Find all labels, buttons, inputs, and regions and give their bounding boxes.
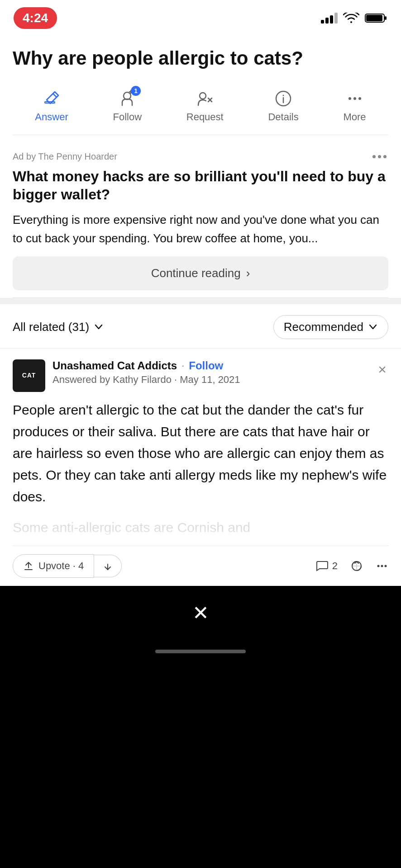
request-action[interactable]: Request (181, 86, 229, 126)
recommended-filter[interactable]: Recommended (273, 315, 388, 339)
svg-line-4 (53, 94, 57, 97)
upvote-button[interactable]: Upvote · 4 (13, 554, 94, 578)
share-button[interactable] (350, 560, 363, 572)
share-icon (350, 560, 363, 572)
comment-count: 2 (332, 560, 338, 572)
answer-author: CAT Unashamed Cat Addicts · Follow Answe… (13, 359, 240, 392)
answer-body: People aren't allergic to the cat but th… (13, 399, 388, 508)
dismiss-answer-button[interactable]: × (376, 359, 388, 380)
answer-right-actions: 2 (316, 560, 388, 572)
bottom-bar: ✕ (0, 586, 401, 640)
avatar-text: CAT (22, 372, 36, 379)
answer-label: Answer (35, 111, 68, 123)
answer-actions: Upvote · 4 2 (13, 546, 388, 586)
signal-icon (321, 13, 338, 24)
answer-action[interactable]: Answer (29, 86, 73, 126)
dot-separator: · (181, 360, 184, 372)
info-icon (273, 89, 293, 108)
continue-reading-button[interactable]: Continue reading › (13, 256, 388, 290)
all-related-filter[interactable]: All related (31) (13, 320, 104, 334)
svg-point-20 (377, 565, 380, 567)
svg-point-14 (348, 97, 351, 100)
more-label: More (343, 111, 366, 123)
upvote-icon (23, 561, 34, 571)
follow-label: Follow (113, 111, 142, 123)
answer-header: CAT Unashamed Cat Addicts · Follow Answe… (13, 359, 388, 392)
request-label: Request (186, 111, 224, 123)
status-bar: 4:24 (0, 0, 401, 36)
home-bar (155, 650, 246, 653)
ad-title: What money hacks are so brilliant you'll… (13, 167, 388, 203)
answer-date: May 11, 2021 (180, 374, 240, 385)
more-action[interactable]: More (338, 86, 371, 126)
svg-rect-1 (385, 16, 387, 20)
action-bar: Answer 1 Follow (13, 82, 388, 135)
svg-point-8 (200, 93, 206, 99)
follow-badge: 1 (131, 86, 141, 96)
close-button[interactable]: ✕ (192, 601, 209, 624)
main-content: Why are people allergic to cats? Answer (0, 36, 401, 298)
answer-body-faded: Some anti-allergic cats are Cornish and (13, 517, 388, 538)
question-title: Why are people allergic to cats? (13, 47, 388, 70)
chevron-down-icon-2 (368, 322, 378, 332)
ad-header: Ad by The Penny Hoarder (13, 151, 388, 162)
svg-rect-2 (366, 15, 382, 21)
avatar: CAT (13, 359, 45, 392)
battery-icon (365, 13, 387, 24)
all-related-label: All related (31) (13, 320, 89, 334)
chevron-right-icon: › (246, 266, 250, 280)
recommended-label: Recommended (284, 320, 363, 334)
details-label: Details (268, 111, 298, 123)
follow-action[interactable]: 1 Follow (107, 86, 147, 126)
answer-card: CAT Unashamed Cat Addicts · Follow Answe… (0, 349, 401, 586)
more-options-button[interactable] (376, 560, 388, 572)
vote-buttons: Upvote · 4 (13, 554, 122, 578)
filter-bar: All related (31) Recommended (0, 304, 401, 349)
chevron-down-icon (94, 322, 104, 332)
svg-point-16 (358, 97, 361, 100)
author-info: Unashamed Cat Addicts · Follow Answered … (53, 359, 240, 386)
upvote-label: Upvote · 4 (38, 560, 84, 572)
author-meta: Answered by Kathy Filardo · May 11, 2021 (53, 374, 240, 386)
downvote-icon (102, 561, 113, 571)
home-indicator (0, 640, 401, 663)
svg-point-15 (353, 97, 356, 100)
comment-button[interactable]: 2 (316, 560, 338, 572)
ad-label: Ad by The Penny Hoarder (13, 151, 117, 162)
status-time: 4:24 (14, 7, 57, 29)
edit-icon (42, 89, 62, 108)
svg-point-5 (124, 92, 131, 99)
follow-button[interactable]: Follow (189, 359, 223, 372)
status-icons (321, 13, 387, 24)
details-action[interactable]: Details (263, 86, 304, 126)
svg-point-13 (283, 95, 284, 96)
ad-section: Ad by The Penny Hoarder What money hacks… (13, 144, 388, 298)
more-dots-icon (376, 560, 388, 572)
svg-point-21 (381, 565, 383, 567)
wifi-icon (343, 13, 359, 24)
comment-icon (316, 560, 329, 572)
more-icon (345, 89, 365, 108)
svg-point-22 (385, 565, 387, 567)
ad-body: Everything is more expensive right now a… (13, 211, 388, 247)
space-name: Unashamed Cat Addicts (53, 359, 177, 372)
author-name-row: Unashamed Cat Addicts · Follow (53, 359, 240, 372)
request-icon (195, 89, 215, 108)
date-separator: · (174, 374, 180, 385)
answered-by: Answered by Kathy Filardo (53, 374, 172, 385)
downvote-button[interactable] (94, 555, 122, 577)
follow-icon: 1 (117, 89, 137, 108)
ad-options-button[interactable] (371, 153, 388, 160)
